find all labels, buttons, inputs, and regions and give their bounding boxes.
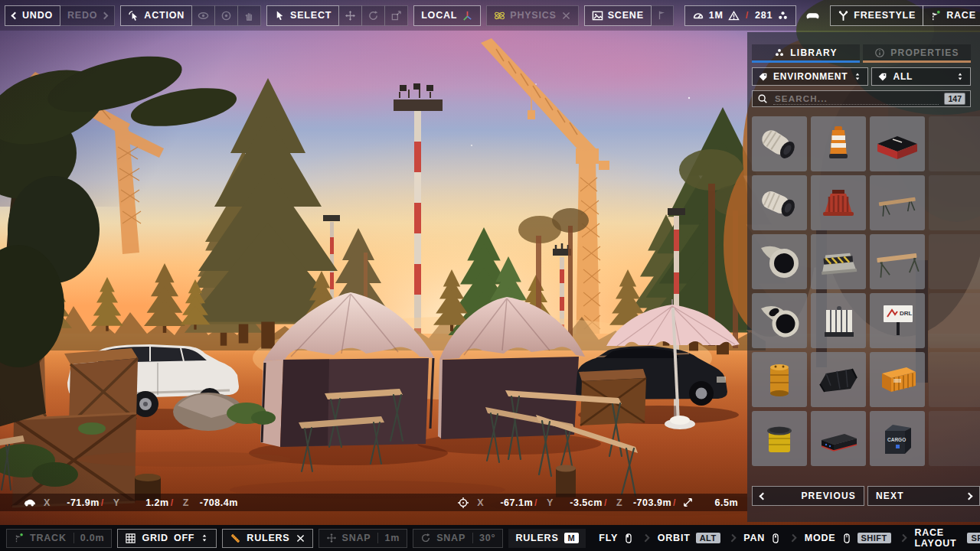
physics-button[interactable]: PHYSICS <box>486 5 578 26</box>
previous-page-button[interactable]: PREVIOUS <box>752 486 864 506</box>
gauge-icon <box>694 14 702 18</box>
tag-icon <box>760 73 767 80</box>
image-icon <box>593 11 602 19</box>
library-item-road-case[interactable] <box>811 411 866 466</box>
cursor-click-icon <box>129 11 137 20</box>
action-button[interactable]: ACTION <box>120 5 192 26</box>
category-dropdown[interactable]: ENVIRONMENT <box>752 67 868 86</box>
chevron-separator <box>642 534 649 542</box>
library-item-cargo-container[interactable]: CARGO <box>870 411 925 466</box>
undo-button[interactable]: UNDO <box>5 5 60 26</box>
distance-value: 6.5m <box>694 497 738 508</box>
library-item-traffic-barrel[interactable] <box>811 116 866 171</box>
mode-hint[interactable]: MODESHIFT <box>797 533 899 544</box>
chevron-separator <box>899 534 906 542</box>
library-item-inflatable-barrier-roll-2[interactable] <box>752 175 807 230</box>
camera-y-value: 1.2m <box>125 497 169 508</box>
local-space-button[interactable]: LOCAL <box>413 5 481 26</box>
shipping-container-thumb <box>873 355 922 404</box>
top-toolbar: UNDO REDO ACTION SELECT LOCAL PHYSICS SC… <box>0 0 980 31</box>
physics-atom-icon <box>495 11 505 19</box>
select-button[interactable]: SELECT <box>266 5 339 26</box>
redo-button[interactable]: REDO <box>60 5 115 26</box>
library-item-billboard[interactable]: DRL <box>870 293 925 348</box>
library-item-folding-bench[interactable] <box>870 175 925 230</box>
rotate-icon <box>370 11 377 19</box>
car-icon <box>24 500 35 507</box>
library-blocks-icon <box>776 49 783 56</box>
space-key-badge: SPACE <box>967 533 980 543</box>
rulers-units-button[interactable]: RULERS M <box>508 529 586 548</box>
grid-toggle-button[interactable]: GRID OFF <box>117 529 217 548</box>
grid-value: OFF <box>174 533 194 543</box>
eye-icon <box>198 12 207 18</box>
library-panel: LIBRARY PROPERTIES ENVIRONMENT ALL 147 <box>747 32 980 522</box>
library-item-ibc-tank[interactable] <box>811 293 866 348</box>
cursor-y-label: Y <box>547 497 554 508</box>
tab-library[interactable]: LIBRARY <box>752 44 860 63</box>
freestyle-button[interactable]: FREESTYLE <box>830 5 923 26</box>
library-item-plastic-barrier[interactable] <box>811 175 866 230</box>
chevron-right-icon <box>101 11 109 19</box>
library-item-barrel-table[interactable] <box>752 411 807 466</box>
focus-button[interactable] <box>214 5 238 26</box>
scene-flag-button[interactable] <box>651 5 674 26</box>
rulers-toggle-button[interactable]: RULERS <box>222 529 312 548</box>
camera-y-label: Y <box>113 497 120 508</box>
cursor-x-value: -67.1m <box>488 497 533 508</box>
tab-properties[interactable]: PROPERTIES <box>863 44 971 63</box>
subfilter-dropdown[interactable]: ALL <box>871 67 971 86</box>
move-icon <box>326 533 335 543</box>
bench-thumb <box>873 178 922 227</box>
snap-rotate-button[interactable]: SNAP 30° <box>413 529 503 548</box>
race-layout-hint[interactable]: RACE LAYOUTSPACE <box>906 527 980 549</box>
result-count-badge: 147 <box>944 93 965 105</box>
table-thumb <box>873 237 922 286</box>
library-item-folding-table[interactable] <box>870 234 925 289</box>
next-page-button[interactable]: NEXT <box>867 486 980 506</box>
steering-yoke-icon <box>839 11 848 20</box>
traffic-barrel-thumb <box>814 119 863 168</box>
chevron-separator <box>789 534 796 542</box>
fly-hint[interactable]: FLY <box>591 533 642 544</box>
search-input[interactable] <box>773 93 939 105</box>
grab-button[interactable] <box>237 5 261 26</box>
library-item-modular-ramp[interactable] <box>870 116 925 171</box>
library-item-ghost <box>929 175 980 230</box>
snap-move-button[interactable]: SNAP 1m <box>318 529 408 548</box>
editor-window: UNDO REDO ACTION SELECT LOCAL PHYSICS SC… <box>0 0 980 551</box>
camera-nav-hints: FLY ORBITALT PAN MODESHIFT RACE LAYOUTSP… <box>591 527 980 549</box>
scale-icon <box>393 11 401 19</box>
cursor-z-value: -703.9m <box>627 497 671 508</box>
pan-hint[interactable]: PAN <box>736 533 789 544</box>
slash-divider: / <box>744 10 750 21</box>
updown-icon <box>203 535 207 542</box>
crosshair-icon <box>458 497 469 508</box>
library-item-fuselage-windows[interactable] <box>752 293 807 348</box>
library-item-shipping-container[interactable] <box>870 352 925 407</box>
track-length-value: 0.0m <box>74 533 105 543</box>
race-button[interactable]: RACE <box>923 5 980 26</box>
library-item-concrete-barrier[interactable] <box>811 234 866 289</box>
fuselage-thumb <box>755 237 804 286</box>
library-item-fuselage-section[interactable] <box>752 234 807 289</box>
library-item-inflatable-barrier-roll[interactable] <box>752 116 807 171</box>
scene-button[interactable]: SCENE <box>584 5 652 26</box>
gamepad-button[interactable] <box>801 5 825 26</box>
info-icon <box>876 48 884 57</box>
rotate-tool-button[interactable] <box>361 5 385 26</box>
move-tool-button[interactable] <box>338 5 362 26</box>
track-length-button[interactable]: TRACK 0.0m <box>6 529 112 548</box>
scale-tool-button[interactable] <box>384 5 408 26</box>
visibility-button[interactable] <box>191 5 215 26</box>
chevron-right-icon <box>965 492 973 500</box>
hand-icon <box>246 13 251 19</box>
coordinate-status-bar: X -71.9m / Y 1.2m / Z -708.4m X -67.1m /… <box>0 494 747 511</box>
library-item-covered-container[interactable] <box>811 352 866 407</box>
library-item-oil-drum[interactable] <box>752 352 807 407</box>
camera-z-label: Z <box>183 497 189 508</box>
updown-icon <box>959 73 962 80</box>
oil-drum-thumb <box>755 355 804 404</box>
undo-redo-group: UNDO REDO <box>5 5 115 26</box>
orbit-hint[interactable]: ORBITALT <box>650 533 728 543</box>
